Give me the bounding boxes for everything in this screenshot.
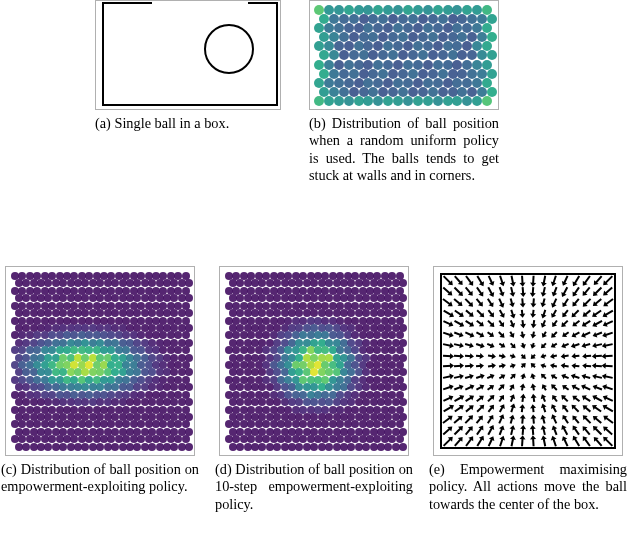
figure-d-container bbox=[219, 266, 409, 456]
caption-d: (d) Distribution of ball position on 10-… bbox=[215, 461, 413, 513]
caption-c: (c) Distribution of ball position on emp… bbox=[1, 461, 199, 496]
figure-a-container bbox=[95, 0, 281, 110]
ball-icon bbox=[204, 24, 254, 74]
heatmap-d bbox=[225, 272, 403, 450]
panel-a: (a) Single ball in a box. bbox=[95, 0, 281, 185]
vector-field-e bbox=[440, 273, 616, 449]
panel-e: (e) Empowerment maximising policy. All a… bbox=[428, 266, 628, 513]
box-outline bbox=[102, 4, 278, 106]
figure-c-container bbox=[5, 266, 195, 456]
panel-b: (b) Distribution of ball position when a… bbox=[309, 0, 499, 185]
figure-b-container bbox=[309, 0, 499, 110]
caption-b: (b) Distribution of ball position when a… bbox=[309, 115, 499, 185]
heatmap-c bbox=[11, 272, 189, 450]
heatmap-b bbox=[314, 5, 492, 105]
panel-c: (c) Distribution of ball position on emp… bbox=[0, 266, 200, 513]
caption-e: (e) Empowerment maximising policy. All a… bbox=[429, 461, 627, 513]
panel-d: (d) Distribution of ball position on 10-… bbox=[214, 266, 414, 513]
figure-e-container bbox=[433, 266, 623, 456]
caption-a: (a) Single ball in a box. bbox=[95, 115, 281, 132]
